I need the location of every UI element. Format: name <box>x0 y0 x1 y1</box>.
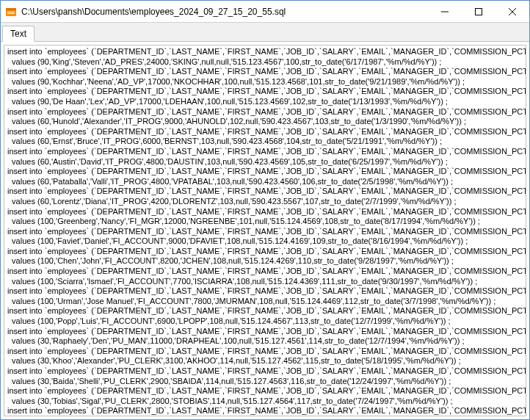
tab-text[interactable]: Text <box>2 26 35 42</box>
svg-rect-3 <box>7 13 15 14</box>
titlebar[interactable]: C:\Users\pansh\Documents\employees_2024_… <box>1 1 529 23</box>
window-title: C:\Users\pansh\Documents\employees_2024_… <box>21 7 428 17</box>
close-button[interactable] <box>495 1 529 22</box>
svg-rect-5 <box>476 8 482 15</box>
window-controls <box>428 1 529 22</box>
app-icon <box>5 6 17 18</box>
svg-rect-1 <box>6 8 16 10</box>
minimize-button[interactable] <box>428 1 462 22</box>
content-area: insert into `employees` (`DEPARTMENT_ID`… <box>1 42 529 419</box>
svg-rect-2 <box>7 12 15 12</box>
sql-text-view[interactable]: insert into `employees` (`DEPARTMENT_ID`… <box>4 45 526 416</box>
app-window: C:\Users\pansh\Documents\employees_2024_… <box>0 0 530 420</box>
tab-bar: Text <box>1 23 529 42</box>
maximize-button[interactable] <box>462 1 495 22</box>
